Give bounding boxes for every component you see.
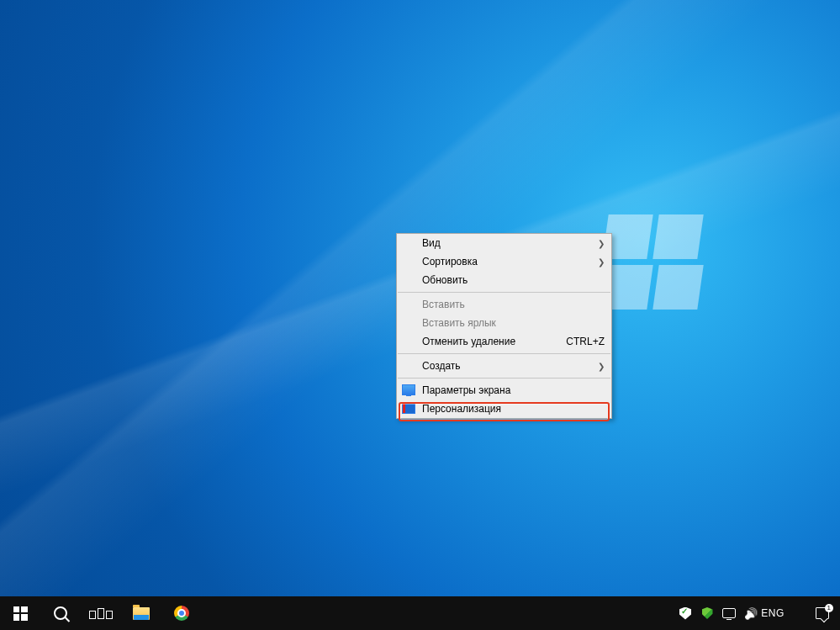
file-explorer-icon xyxy=(133,607,150,620)
menu-separator xyxy=(398,353,610,354)
security-tray-icon[interactable] xyxy=(679,606,692,620)
windows-logo xyxy=(605,214,702,311)
menu-label: Параметры экрана xyxy=(422,384,510,396)
menu-label: Вставить xyxy=(422,299,465,310)
chevron-right-icon: ❯ xyxy=(598,239,605,248)
chrome-icon xyxy=(174,606,189,621)
display-icon xyxy=(402,384,415,395)
language-indicator[interactable]: ENG xyxy=(766,606,779,620)
menu-label: Сортировка xyxy=(422,256,478,267)
start-button[interactable] xyxy=(0,596,40,630)
action-center-button[interactable]: 1 xyxy=(810,607,835,619)
notification-badge: 1 xyxy=(825,604,833,612)
task-view-button[interactable] xyxy=(81,596,121,630)
menu-item-view[interactable]: Вид ❯ xyxy=(397,234,611,252)
task-view-icon xyxy=(89,608,113,619)
search-icon xyxy=(54,606,67,620)
desktop-context-menu: Вид ❯ Сортировка ❯ Обновить Вставить Вст… xyxy=(396,233,612,419)
menu-item-display-settings[interactable]: Параметры экрана xyxy=(397,381,611,400)
taskbar-spacer xyxy=(202,596,674,630)
menu-label: Создать xyxy=(422,360,461,372)
menu-item-new[interactable]: Создать ❯ xyxy=(397,357,611,375)
windows-start-icon xyxy=(13,606,28,621)
menu-label: Персонализация xyxy=(422,403,501,415)
desktop-background[interactable]: Вид ❯ Сортировка ❯ Обновить Вставить Вст… xyxy=(0,0,840,596)
file-explorer-button[interactable] xyxy=(121,596,161,630)
menu-label: Отменить удаление xyxy=(422,336,515,347)
antivirus-tray-icon[interactable] xyxy=(700,606,714,620)
menu-item-paste: Вставить xyxy=(397,295,611,314)
sound-tray-icon[interactable] xyxy=(744,606,758,620)
system-tray: ENG 1 xyxy=(674,596,840,630)
menu-shortcut: CTRL+Z xyxy=(566,336,605,347)
menu-item-refresh[interactable]: Обновить xyxy=(397,271,611,289)
network-tray-icon[interactable] xyxy=(722,606,736,620)
menu-item-paste-shortcut: Вставить ярлык xyxy=(397,314,611,332)
chevron-right-icon: ❯ xyxy=(598,257,605,267)
chevron-right-icon: ❯ xyxy=(598,362,605,371)
menu-label: Обновить xyxy=(422,274,468,286)
menu-item-personalization[interactable]: Персонализация xyxy=(397,400,611,418)
chrome-button[interactable] xyxy=(161,596,202,630)
menu-label: Вид xyxy=(422,237,441,249)
menu-label: Вставить ярлык xyxy=(422,317,496,329)
taskbar: ENG 1 xyxy=(0,596,840,630)
menu-separator xyxy=(398,292,610,293)
personalization-icon xyxy=(402,403,415,414)
search-button[interactable] xyxy=(40,596,81,630)
menu-item-undo-delete[interactable]: Отменить удаление CTRL+Z xyxy=(397,332,611,351)
menu-item-sort[interactable]: Сортировка ❯ xyxy=(397,252,611,271)
menu-separator xyxy=(398,378,610,379)
